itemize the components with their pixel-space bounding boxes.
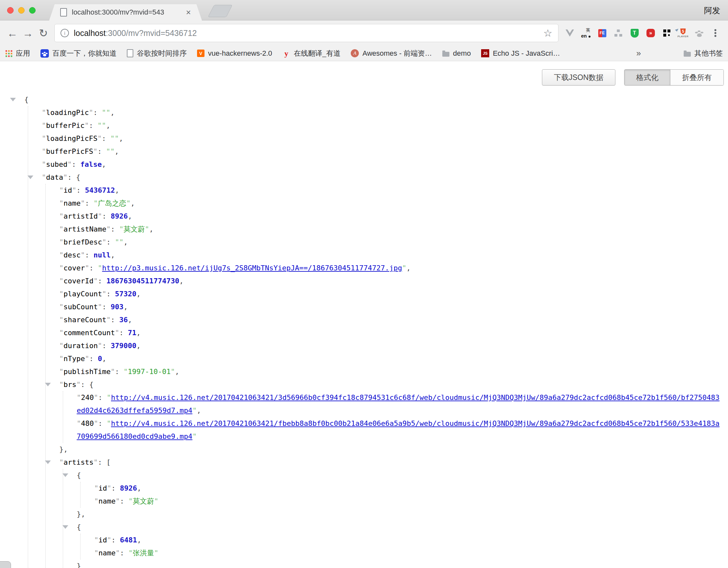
json-line: { (24, 93, 728, 106)
json-punctuation: : (120, 549, 128, 557)
json-quote: " (107, 536, 111, 544)
new-tab-button[interactable] (208, 5, 232, 17)
json-punctuation: : (106, 238, 115, 246)
json-line: "loadingPic": "", (42, 106, 728, 119)
json-line: "artistId": 8926, (59, 210, 728, 223)
extension-video-speed-icon[interactable]: » (643, 25, 659, 41)
json-punctuation: : (111, 536, 120, 544)
page-info-icon[interactable]: i (61, 29, 69, 37)
forward-button[interactable]: → (20, 28, 36, 39)
url-path: :3000/mv?mvid=5436712 (106, 28, 197, 38)
json-key: artistName (63, 225, 106, 233)
collapse-toggle-icon[interactable] (28, 175, 33, 179)
extension-sitemap-icon[interactable] (610, 25, 626, 41)
collapse-toggle-icon[interactable] (62, 473, 68, 477)
json-link[interactable]: http://v4.music.126.net/20170421063421/3… (77, 394, 720, 415)
download-json-button[interactable]: 下载JSON数据 (542, 69, 615, 85)
page-icon (127, 49, 133, 57)
json-punctuation: : (81, 381, 89, 389)
json-quote: " (84, 121, 89, 129)
back-button[interactable]: ← (5, 28, 20, 39)
json-children: "id": 5436712,"name": "广岛之恋","artistId":… (45, 184, 728, 568)
extension-browser-menu-icon[interactable] (707, 25, 723, 41)
bookmark-star-icon[interactable]: ☆ (543, 28, 552, 38)
json-number-value: null (94, 251, 111, 259)
bookmark-youdao-translate[interactable]: y在线翻译_有道 (282, 49, 340, 58)
json-key: artists (63, 458, 94, 466)
reload-button[interactable]: ↻ (36, 28, 51, 39)
bookmark-vue-hackernews[interactable]: Vvue-hackernews-2.0 (197, 49, 272, 58)
browser-toolbar: ← → ↻ i localhost:3000/mv?mvid=5436712 ☆… (0, 20, 728, 46)
bookmark-demo[interactable]: demo (442, 49, 471, 58)
json-quote: " (59, 355, 63, 363)
json-punctuation: { (77, 523, 81, 531)
extension-qr-code-icon[interactable] (659, 25, 675, 41)
profile-name[interactable]: 阿发 (704, 5, 720, 16)
bookmarks-overflow-chevron-icon[interactable]: » (633, 48, 645, 58)
collapse-toggle-icon[interactable] (45, 461, 51, 464)
json-punctuation: , (136, 342, 140, 350)
json-string-value: 莫文蔚 (133, 497, 154, 505)
collapse-toggle-icon[interactable] (62, 525, 68, 529)
browser-tab[interactable]: localhost:3000/mv?mvid=543 × (49, 4, 202, 20)
json-punctuation: , (102, 160, 106, 168)
extension-translate-icon[interactable]: en英 (578, 25, 594, 41)
json-quote: " (77, 419, 81, 428)
json-link[interactable]: http://v4.music.126.net/20170421063421/f… (77, 419, 720, 440)
zoom-window-button[interactable] (29, 7, 36, 14)
json-key: desc (63, 251, 81, 259)
json-quote: " (102, 290, 106, 298)
json-punctuation: : (102, 342, 111, 350)
json-key: loadingPicFS (46, 134, 97, 142)
bookmark-label: demo (453, 49, 471, 58)
json-punctuation: : (85, 251, 94, 259)
folder-icon (684, 52, 691, 57)
json-line: "name": "广岛之恋", (59, 197, 728, 210)
address-bar[interactable]: i localhost:3000/mv?mvid=5436712 ☆ (54, 24, 558, 42)
url-text: localhost:3000/mv?mvid=5436712 (74, 28, 197, 38)
json-quote: " (107, 484, 111, 492)
bookmark-baidu[interactable]: 百度一下，你就知道 (40, 49, 116, 58)
json-link[interactable]: http://p3.music.126.net/ijUg7s_2S8GMbTNs… (102, 264, 402, 272)
json-key: subCount (63, 303, 98, 311)
extension-fe-icon[interactable]: FE (594, 25, 610, 41)
collapse-toggle-icon[interactable] (45, 383, 51, 386)
bookmark-items: 应用百度一下，你就知道谷歌按时间排序Vvue-hackernews-2.0y在线… (5, 49, 560, 58)
json-children: {"id": 8926,"name": "莫文蔚"},{"id": 6481,"… (63, 469, 728, 568)
other-bookmarks-button[interactable]: 其他书签 (684, 49, 723, 58)
json-number-value: 18676304511774730 (106, 277, 179, 285)
json-punctuation: : (97, 147, 106, 155)
bookmark-echo-js[interactable]: JSEcho JS - JavaScri… (481, 49, 560, 58)
json-quote: " (59, 303, 63, 311)
minimize-window-button[interactable] (18, 7, 25, 14)
extension-security-shield-icon[interactable]: T (626, 25, 643, 41)
json-line: "id": 8926, (94, 482, 728, 495)
json-quote: " (97, 134, 102, 142)
json-number-value: 0 (98, 355, 102, 363)
tshield-icon: T (631, 29, 639, 38)
bookmark-awesomes[interactable]: AAwesomes - 前端资… (351, 49, 432, 58)
json-quote: " (94, 394, 98, 402)
bookmark-google-time-sort[interactable]: 谷歌按时间排序 (127, 49, 187, 58)
json-punctuation: : (106, 290, 115, 298)
json-punctuation: : (89, 264, 98, 272)
json-punctuation: [ (106, 458, 111, 466)
json-quote: " (98, 303, 102, 311)
tab-close-icon[interactable]: × (186, 8, 191, 17)
format-button[interactable]: 格式化 (624, 70, 670, 85)
collapse-toggle-icon[interactable] (10, 98, 16, 101)
extension-h5-player-icon[interactable]: 5PLAYER (675, 25, 691, 41)
json-line: } (77, 560, 728, 568)
json-punctuation: { (24, 95, 28, 104)
extension-paw-icon[interactable] (691, 25, 707, 41)
json-punctuation: , (136, 329, 140, 337)
collapse-all-button[interactable]: 折叠所有 (670, 70, 723, 85)
close-window-button[interactable] (7, 7, 14, 14)
json-line: "240": "http://v4.music.126.net/20170421… (77, 391, 728, 417)
json-quote: " (42, 147, 46, 155)
other-bookmarks-label: 其他书签 (694, 49, 723, 58)
bookmark-apps[interactable]: 应用 (5, 49, 30, 58)
extension-vue-devtools-icon[interactable] (562, 25, 578, 41)
json-quote: " (128, 549, 133, 557)
json-key: artistId (63, 212, 98, 220)
